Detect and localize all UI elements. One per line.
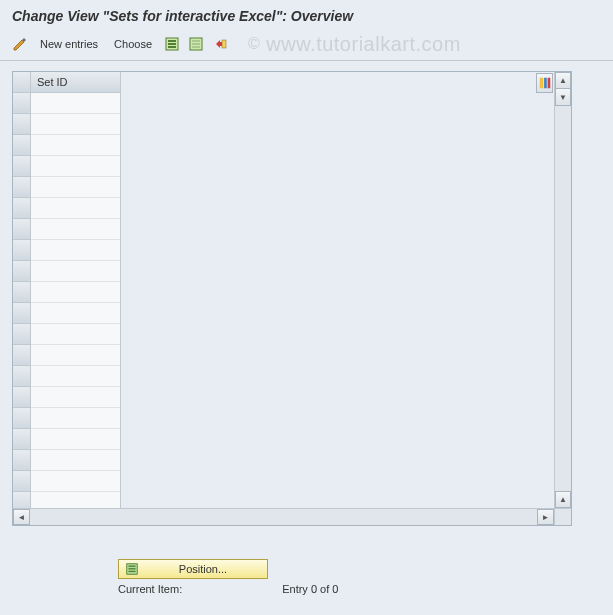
row-selector[interactable] — [13, 345, 30, 366]
column-header-set-id[interactable]: Set ID — [31, 72, 120, 93]
svg-rect-10 — [544, 78, 547, 89]
data-table: Set ID ▲ ▼ — [12, 71, 572, 526]
row-selector[interactable] — [13, 408, 30, 429]
row-selector[interactable] — [13, 303, 30, 324]
svg-rect-3 — [168, 46, 176, 48]
toolbar: New entries Choose — [0, 32, 613, 60]
new-entries-label: New entries — [40, 38, 98, 50]
svg-rect-8 — [222, 40, 226, 48]
data-cell[interactable] — [31, 303, 120, 324]
table-settings-button[interactable] — [536, 73, 553, 93]
row-selector[interactable] — [13, 93, 30, 114]
configure-icon[interactable] — [212, 36, 228, 52]
svg-rect-1 — [168, 40, 176, 42]
data-cell[interactable] — [31, 366, 120, 387]
row-selector[interactable] — [13, 219, 30, 240]
svg-rect-11 — [547, 78, 550, 89]
row-selector[interactable] — [13, 324, 30, 345]
row-selector[interactable] — [13, 366, 30, 387]
scroll-down-step-button[interactable]: ▲ — [555, 491, 571, 508]
set-id-column: Set ID — [31, 72, 121, 525]
new-entries-button[interactable]: New entries — [36, 36, 102, 52]
choose-button[interactable]: Choose — [110, 36, 156, 52]
entry-status: Entry 0 of 0 — [282, 583, 338, 595]
row-selector[interactable] — [13, 114, 30, 135]
page-title: Change View "Sets for interactive Excel"… — [0, 0, 613, 32]
row-selector[interactable] — [13, 240, 30, 261]
scroll-up-step-button[interactable]: ▼ — [555, 89, 571, 106]
svg-rect-5 — [192, 40, 200, 42]
data-cell[interactable] — [31, 156, 120, 177]
svg-rect-15 — [129, 571, 136, 572]
svg-rect-7 — [192, 46, 200, 48]
data-cell[interactable] — [31, 324, 120, 345]
svg-rect-6 — [192, 43, 200, 45]
svg-rect-13 — [129, 566, 136, 567]
footer-area: Position... Current Item: Entry 0 of 0 — [118, 559, 338, 595]
scroll-track-vertical[interactable] — [555, 106, 571, 491]
data-cell[interactable] — [31, 240, 120, 261]
table-filler — [121, 72, 571, 525]
data-cell[interactable] — [31, 471, 120, 492]
row-selector[interactable] — [13, 450, 30, 471]
row-selector[interactable] — [13, 261, 30, 282]
data-cell[interactable] — [31, 450, 120, 471]
position-icon — [125, 562, 139, 576]
data-cell[interactable] — [31, 219, 120, 240]
data-cell[interactable] — [31, 135, 120, 156]
row-selector[interactable] — [13, 282, 30, 303]
horizontal-scrollbar[interactable]: ◄ ► — [13, 508, 554, 525]
toggle-display-icon[interactable] — [12, 36, 28, 52]
row-selector[interactable] — [13, 135, 30, 156]
scroll-track-horizontal[interactable] — [30, 509, 537, 525]
data-cell[interactable] — [31, 429, 120, 450]
data-cell[interactable] — [31, 93, 120, 114]
row-selector[interactable] — [13, 156, 30, 177]
scroll-right-button[interactable]: ► — [537, 509, 554, 525]
row-selector[interactable] — [13, 177, 30, 198]
data-cell[interactable] — [31, 261, 120, 282]
row-header-column — [13, 72, 31, 525]
vertical-scrollbar[interactable]: ▲ ▼ ▲ ▼ — [554, 72, 571, 525]
deselect-all-icon[interactable] — [188, 36, 204, 52]
choose-label: Choose — [114, 38, 152, 50]
corner-cell[interactable] — [13, 72, 30, 93]
data-cell[interactable] — [31, 177, 120, 198]
position-label: Position... — [145, 563, 261, 575]
svg-rect-9 — [539, 78, 543, 89]
scroll-up-button[interactable]: ▲ — [555, 72, 571, 89]
data-cell[interactable] — [31, 114, 120, 135]
main-area: Set ID ▲ ▼ — [0, 61, 613, 536]
current-item-label: Current Item: — [118, 583, 182, 595]
row-selector[interactable] — [13, 387, 30, 408]
scrollbar-corner — [554, 508, 571, 525]
row-selector[interactable] — [13, 471, 30, 492]
data-cell[interactable] — [31, 198, 120, 219]
status-row: Current Item: Entry 0 of 0 — [118, 583, 338, 595]
svg-rect-2 — [168, 43, 176, 45]
svg-rect-14 — [129, 568, 136, 569]
row-selector[interactable] — [13, 198, 30, 219]
data-cell[interactable] — [31, 345, 120, 366]
scroll-left-button[interactable]: ◄ — [13, 509, 30, 525]
data-cell[interactable] — [31, 408, 120, 429]
data-cell[interactable] — [31, 282, 120, 303]
data-cell[interactable] — [31, 387, 120, 408]
position-button[interactable]: Position... — [118, 559, 268, 579]
select-all-icon[interactable] — [164, 36, 180, 52]
row-selector[interactable] — [13, 429, 30, 450]
